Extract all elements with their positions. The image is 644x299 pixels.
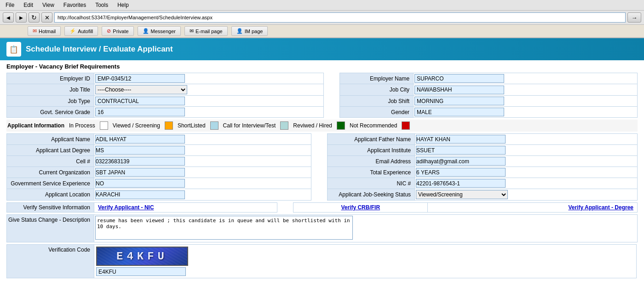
captcha-display-text: E4KFU <box>116 250 168 263</box>
job-shift-input[interactable] <box>414 97 504 105</box>
job-title-select[interactable]: ----Choose---- <box>95 85 187 94</box>
schedule-icon: 📋 <box>9 45 18 54</box>
autofill-icon: ⚡ <box>69 28 76 34</box>
applicant-row-6: Applicant Location Applicant Job-Seeking… <box>7 189 638 201</box>
header-icon: 📋 <box>6 42 21 57</box>
email-page-button[interactable]: ✉ E-mail page <box>184 26 228 36</box>
refresh-button[interactable]: ↻ <box>29 12 40 23</box>
menu-favorites[interactable]: Favorites <box>62 1 88 9</box>
gender-label: Gender <box>340 107 414 118</box>
verify-row: Verify Sensitive Information Verify Appl… <box>7 203 638 213</box>
reviewed-box <box>337 121 345 130</box>
job-title-label: Job Title <box>7 84 94 96</box>
last-degree-label: Applicant Last Degree <box>7 145 94 156</box>
gender-input[interactable] <box>414 108 504 116</box>
verify-degree-link[interactable]: Verify Applicant - Degree <box>568 204 633 211</box>
govt-service-label: Government Service Experience <box>7 178 94 189</box>
govt-service-input[interactable] <box>95 179 185 188</box>
hotmail-button[interactable]: ✉ Hotmail <box>28 26 61 36</box>
current-org-cell <box>94 167 311 178</box>
employer-name-cell <box>414 73 638 84</box>
shortlisted-label: ShortListed <box>178 122 206 129</box>
captcha-label: Verification Code <box>7 245 94 278</box>
not-recommended-label: Not Recommended <box>350 122 397 129</box>
father-name-input[interactable] <box>416 135 506 144</box>
applicant-info-label: Applicant Information <box>7 122 64 129</box>
menu-help[interactable]: Help <box>115 1 131 9</box>
menu-edit[interactable]: Edit <box>22 1 35 9</box>
total-exp-input[interactable] <box>416 168 506 177</box>
last-degree-cell <box>94 145 311 156</box>
captcha-input[interactable] <box>96 267 186 276</box>
verify-label: Verify Sensitive Information <box>7 203 94 213</box>
stop-button[interactable]: ✕ <box>41 12 52 23</box>
viewed-box <box>165 121 173 130</box>
location-cell <box>94 189 311 201</box>
go-button[interactable]: → <box>627 12 641 23</box>
captcha-image: E4KFU <box>96 247 188 266</box>
location-label: Applicant Location <box>7 189 94 201</box>
job-seeking-select[interactable]: Viewed/ScreeningShortListedCall for Inte… <box>416 190 508 199</box>
employer-row-1: Employer ID Employer Name <box>7 73 638 84</box>
job-city-input[interactable] <box>414 86 504 94</box>
govt-grade-input[interactable] <box>95 108 185 116</box>
nic-label: NIC # <box>328 178 415 189</box>
applicant-row-2: Applicant Last Degree Applicant Institut… <box>7 145 638 156</box>
location-input[interactable] <box>95 190 185 199</box>
applicant-name-input[interactable] <box>95 135 185 144</box>
verify-nic-cell: Verify Applicant - NIC <box>94 203 277 213</box>
cell-label: Cell # <box>7 156 94 167</box>
nic-input[interactable] <box>416 179 506 188</box>
total-exp-cell <box>415 167 638 178</box>
job-seeking-cell: Viewed/ScreeningShortListedCall for Inte… <box>415 189 638 201</box>
email-cell <box>415 156 638 167</box>
autofill-button[interactable]: ⚡ Autofill <box>64 26 98 36</box>
verify-nic-link[interactable]: Verify Applicant - NIC <box>98 204 154 211</box>
applicant-row-3: Cell # Email Address <box>7 156 638 167</box>
email-label: Email Address <box>328 156 415 167</box>
applicant-name-label: Applicant Name <box>7 134 94 145</box>
email-input[interactable] <box>416 157 506 166</box>
call-interview-label: Call for Interview/Test <box>223 122 276 129</box>
last-degree-input[interactable] <box>95 146 185 155</box>
address-bar[interactable] <box>54 12 626 23</box>
cell-input[interactable] <box>95 157 185 166</box>
captcha-table: Verification Code E4KFU <box>6 244 638 278</box>
private-button[interactable]: ⊘ Private <box>102 26 133 36</box>
in-process-box <box>100 121 108 130</box>
job-shift-cell <box>414 96 638 107</box>
verify-crb-link[interactable]: Verify CRB/FIR <box>341 204 380 211</box>
favorites-toolbar: ✉ Hotmail ⚡ Autofill ⊘ Private 👤 Messeng… <box>0 25 644 38</box>
father-name-label: Applicant Father Name <box>328 134 415 145</box>
employer-id-input[interactable] <box>95 74 185 83</box>
page-title: Schedule Interview / Evaluate Applicant <box>26 45 173 54</box>
status-description-textarea[interactable]: resume has been viewed ; this candidate … <box>95 216 353 240</box>
nic-cell <box>415 178 638 189</box>
messenger-button[interactable]: 👤 Messenger <box>138 26 181 36</box>
main-section: Employer - Vacancy Brief Requirements Em… <box>0 60 644 281</box>
verify-table: Verify Sensitive Information Verify Appl… <box>6 202 638 213</box>
employer-name-input[interactable] <box>414 74 504 83</box>
applicant-name-cell <box>94 134 311 145</box>
job-type-cell <box>94 96 324 107</box>
menu-file[interactable]: File <box>4 1 16 9</box>
im-page-button[interactable]: 👤 IM page <box>231 26 268 36</box>
job-shift-label: Job Shift <box>340 96 414 107</box>
institute-input[interactable] <box>416 146 506 155</box>
forward-button[interactable]: ► <box>16 12 27 23</box>
father-name-cell <box>415 134 638 145</box>
current-org-label: Current Organization <box>7 167 94 178</box>
private-icon: ⊘ <box>107 28 111 34</box>
applicant-info-bar: Applicant Information In Process Viewed … <box>6 120 638 132</box>
captcha-cell: E4KFU <box>94 245 637 278</box>
menu-view[interactable]: View <box>40 1 56 9</box>
menu-tools[interactable]: Tools <box>93 1 110 9</box>
current-org-input[interactable] <box>95 168 185 177</box>
cell-cell <box>94 156 311 167</box>
im-page-icon: 👤 <box>236 28 243 34</box>
job-type-input[interactable] <box>95 97 185 105</box>
back-button[interactable]: ◄ <box>3 12 14 23</box>
job-type-label: Job Type <box>7 96 94 107</box>
govt-service-cell <box>94 178 311 189</box>
govt-grade-label: Govt. Service Grade <box>7 107 94 118</box>
